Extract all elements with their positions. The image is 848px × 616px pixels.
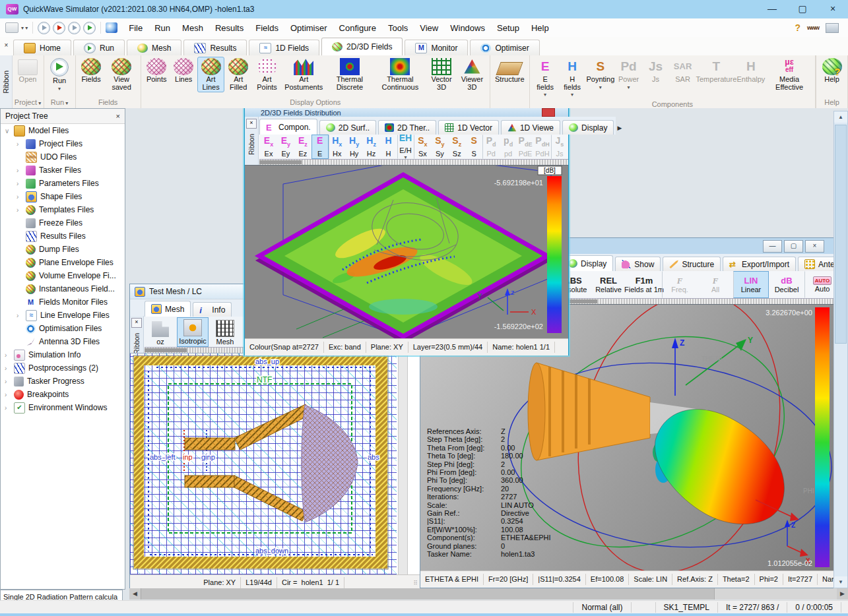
help-button[interactable]: Help: [818, 57, 845, 85]
pattern-tool-button[interactable]: LIN Linear: [733, 271, 769, 298]
simulation-log-window[interactable]: Single 2D Radiation Pattern calculaEnd o…: [0, 590, 123, 600]
field-component-button[interactable]: Sx Sx: [414, 135, 431, 159]
mdi-horizontal-scrollbar[interactable]: ◀ ▶: [129, 588, 848, 600]
tree-chevron-icon[interactable]: ›: [16, 206, 26, 214]
maximize-button[interactable]: ▢: [787, 0, 818, 18]
ribbon-close-icon[interactable]: ×: [2, 42, 11, 50]
tree-item[interactable]: Instantaneous Field...: [1, 282, 125, 295]
scroll-up-icon[interactable]: ▲: [834, 111, 847, 123]
group-label-project[interactable]: Project: [15, 98, 42, 108]
hscroll-thumb[interactable]: [141, 588, 715, 600]
structure-button[interactable]: Structure: [492, 57, 527, 85]
pattern-tool-button[interactable]: F Freq.: [662, 271, 698, 298]
mesh-tool-button[interactable]: Isotropic: [177, 317, 209, 347]
file-menu-icon[interactable]: [5, 22, 18, 33]
fields-window-tab[interactable]: 1D Viewe: [501, 120, 560, 135]
tree-chevron-icon[interactable]: ›: [16, 312, 26, 319]
pattern-restore-button[interactable]: ▢: [784, 240, 803, 253]
tree-item[interactable]: › Parameters Files: [1, 177, 125, 190]
field-component-button[interactable]: Sz Sz: [448, 135, 465, 159]
play-grey2-icon[interactable]: [68, 22, 81, 34]
field-component-button[interactable]: pd pd: [500, 135, 517, 159]
mesh-window-tab[interactable]: Mesh: [145, 301, 191, 317]
ribbon-tab[interactable]: Mesh: [127, 40, 181, 55]
enthalpy-button[interactable]: HEnthalpy: [736, 57, 766, 85]
tree-item[interactable]: › Tasker Progress: [1, 375, 125, 388]
tree-item[interactable]: › Breakpoints: [1, 388, 125, 401]
fields-distribution-window[interactable]: 2D/3D Fields Distribution Compon. 2D Sur…: [244, 108, 569, 355]
ribbon-tab[interactable]: Results: [183, 40, 247, 55]
minimize-button[interactable]: —: [757, 0, 787, 18]
field-component-button[interactable]: Ex Ex: [260, 135, 277, 159]
play-grey-icon[interactable]: [38, 22, 50, 34]
tree-chevron-icon[interactable]: ›: [16, 193, 26, 200]
media-effective-button[interactable]: µεeffMedia Effective: [766, 57, 813, 92]
fields-window-tab[interactable]: 1D Vector: [438, 120, 499, 135]
ribbon-tab[interactable]: Monitor: [405, 40, 468, 55]
pattern-close-button[interactable]: ×: [805, 240, 824, 253]
pattern-tool-button[interactable]: dB Decibel: [769, 271, 804, 298]
fields-window-tab[interactable]: Compon.: [259, 119, 317, 135]
tree-chevron-icon[interactable]: ›: [5, 365, 14, 372]
tree-chevron-icon[interactable]: ›: [5, 378, 14, 385]
tree-item[interactable]: Antenna 3D Files: [1, 335, 125, 348]
tree-item[interactable]: Dump Files: [1, 243, 125, 256]
field-component-button[interactable]: E E: [311, 135, 329, 159]
menu-item[interactable]: Fields: [249, 23, 284, 33]
thermal-discrete-button[interactable]: Thermal Discrete: [325, 57, 374, 92]
project-tree-close-icon[interactable]: ×: [116, 112, 120, 120]
tree-item[interactable]: › Environment Windows: [1, 401, 125, 414]
field-component-button[interactable]: Ez Ez: [294, 135, 311, 159]
tree-item[interactable]: Fields Monitor Files: [1, 295, 125, 309]
run-button[interactable]: Run: [46, 57, 73, 94]
sar-button[interactable]: SARSAR: [669, 57, 696, 85]
vector-3d-button[interactable]: Vector 3D: [426, 57, 456, 92]
tree-item[interactable]: › Simulation Info: [1, 348, 125, 361]
field-component-button[interactable]: Hx Hx: [329, 135, 346, 159]
fields-window-tab[interactable]: 2D Surf..: [319, 120, 376, 135]
group-label-run[interactable]: Run: [46, 98, 73, 108]
menu-item[interactable]: Configure: [333, 23, 382, 33]
menu-item[interactable]: Optimiser: [284, 23, 333, 33]
menu-item[interactable]: Help: [525, 23, 555, 33]
tree-item[interactable]: › Postprocessings (2): [1, 361, 125, 375]
tree-chevron-icon[interactable]: ›: [5, 352, 14, 359]
tree-chevron-icon[interactable]: ›: [16, 167, 26, 174]
field-component-button[interactable]: PdH PdH: [534, 135, 551, 159]
ribbon-tab[interactable]: 1D Fields: [249, 40, 319, 55]
thermal-continuous-button[interactable]: Thermal Continuous: [374, 57, 426, 92]
mesh-canvas[interactable]: abs_up NTF abs_left inp ginp abs abs_dow…: [130, 353, 420, 574]
mesh-window-tab[interactable]: Info: [193, 302, 232, 317]
fields-window-tab[interactable]: Display: [562, 120, 614, 135]
mesh-tool-button[interactable]: Mesh: [210, 319, 240, 347]
art-lines-button[interactable]: Art Lines: [197, 57, 225, 92]
tree-item[interactable]: › Shape Files: [1, 190, 125, 203]
send-icon[interactable]: [826, 23, 839, 33]
fields-quick-icon[interactable]: [106, 22, 117, 33]
e-fields-button[interactable]: EE fields: [532, 57, 559, 100]
tree-chevron-icon[interactable]: ∨: [5, 127, 14, 135]
close-button[interactable]: ×: [818, 0, 848, 18]
field-component-button[interactable]: Hy Hy: [346, 135, 363, 159]
fields-window-titlebar[interactable]: 2D/3D Fields Distribution: [245, 108, 568, 117]
power-button[interactable]: PdPower: [615, 57, 642, 92]
tree-item[interactable]: Plane Envelope Files: [1, 256, 125, 269]
temperature-button[interactable]: TTemperature: [696, 57, 736, 85]
pattern-window-tab[interactable]: Show: [615, 257, 661, 271]
scroll-down-icon[interactable]: ▼: [834, 576, 847, 588]
open-button[interactable]: Open: [15, 57, 42, 85]
play-green-icon[interactable]: [83, 22, 96, 34]
fields-button[interactable]: Fields: [78, 57, 105, 85]
pattern-tool-button[interactable]: F All: [698, 271, 733, 298]
tree-chevron-icon[interactable]: ›: [16, 140, 26, 148]
menu-item[interactable]: Setup: [491, 23, 525, 33]
menu-item[interactable]: Results: [209, 23, 249, 33]
ribbon-tab[interactable]: 2D/3D Fields: [321, 38, 403, 55]
menu-item[interactable]: Run: [148, 23, 176, 33]
pattern-tool-button[interactable]: F1m Fields at 1m: [626, 271, 662, 298]
tree-chevron-icon[interactable]: ›: [16, 180, 26, 187]
art-points-button[interactable]: Art Points: [252, 57, 282, 92]
pattern-window-tab[interactable]: Display: [562, 255, 613, 271]
vscroll-thumb[interactable]: [835, 125, 847, 344]
mesh-vscrollbar[interactable]: [398, 354, 408, 574]
